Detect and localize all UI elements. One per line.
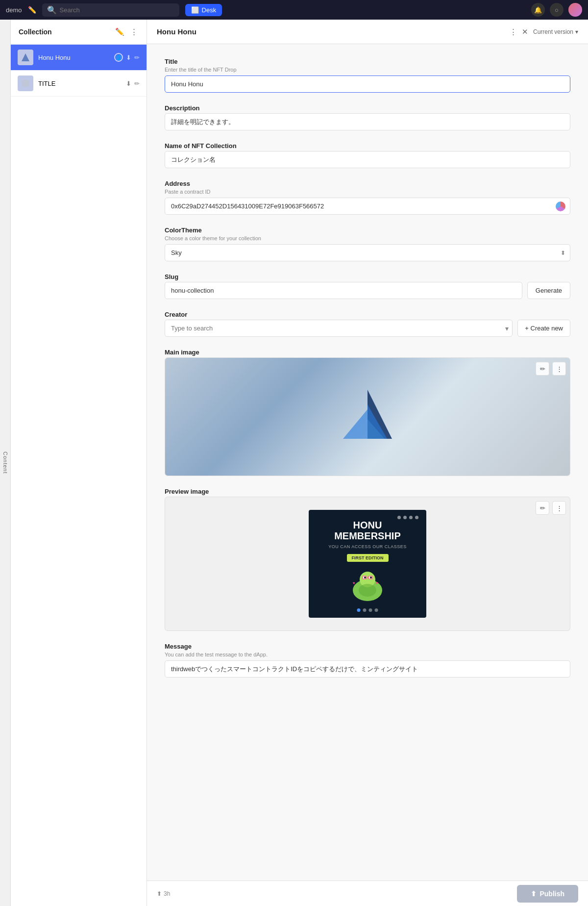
desk-tab-label: Desk	[202, 6, 217, 14]
editor-content: Title Enter the title of the NFT Drop De…	[147, 44, 588, 881]
honu-edit-icon[interactable]: ✏	[134, 54, 140, 61]
preview-honu-title: HONU MEMBERSHIP	[334, 520, 401, 541]
preview-badge: FIRST EDITION	[347, 554, 389, 562]
sidebar-more-btn[interactable]: ⋮	[129, 26, 139, 37]
main-image-overlay-btns: ✏ ⋮	[536, 362, 566, 376]
sidebar-item-honu-honu-label: Honu Honu	[38, 54, 109, 61]
message-input[interactable]	[165, 660, 570, 678]
title-download-icon[interactable]: ⬇	[126, 80, 131, 87]
field-description: Description	[165, 104, 570, 130]
field-nft-collection: Name of NFT Collection	[165, 142, 570, 168]
svg-marker-4	[343, 409, 368, 439]
publish-label: Publish	[539, 890, 564, 898]
preview-character-svg: ♥ ♥	[345, 566, 390, 605]
field-address-label: Address	[165, 180, 570, 187]
version-btn[interactable]: Current version ▾	[533, 28, 578, 35]
preview-image-overlay-btns: ✏ ⋮	[536, 501, 566, 515]
title-input[interactable]	[165, 76, 570, 93]
color-theme-wrapper: Sky Ocean Forest Sunset Night ⬍	[165, 244, 570, 261]
field-message-hint: You can add the test message to the dApp…	[165, 652, 570, 657]
description-input[interactable]	[165, 113, 570, 130]
field-preview-image: Preview image ✏ ⋮	[165, 488, 570, 631]
nft-collection-input[interactable]	[165, 151, 570, 168]
version-chevron: ▾	[575, 28, 578, 35]
title-edit-icon[interactable]: ✏	[134, 80, 140, 87]
address-icon	[556, 201, 565, 211]
sidebar-item-honu-honu[interactable]: Honu Honu 🌐 ⬇ ✏	[11, 45, 147, 71]
svg-marker-0	[22, 53, 29, 61]
field-description-label: Description	[165, 104, 570, 112]
slug-input[interactable]	[165, 282, 522, 299]
sidebar-item-title[interactable]: TITLE ⬇ ✏	[11, 71, 147, 97]
sidebar-edit-btn[interactable]: ✏️	[114, 26, 125, 37]
svg-point-17	[359, 584, 376, 597]
create-new-button[interactable]: + Create new	[517, 320, 570, 337]
content-tab[interactable]: Content	[0, 20, 11, 906]
field-creator: Creator ▾ + Create new	[165, 311, 570, 337]
editor-more-btn[interactable]: ⋮	[510, 27, 517, 36]
search-box[interactable]: 🔍	[42, 3, 179, 17]
editor-bottom: ⬆ 3h ⬆ Publish	[147, 881, 588, 906]
field-nft-collection-label: Name of NFT Collection	[165, 142, 570, 150]
svg-point-11	[370, 577, 372, 579]
search-input[interactable]	[60, 6, 174, 14]
editor-title: Honu Honu	[157, 27, 510, 36]
title-thumb	[18, 76, 33, 91]
creator-search-input[interactable]	[165, 320, 513, 337]
field-main-image: Main image ✏ ⋮	[165, 349, 570, 476]
sidebar-item-title-label: TITLE	[38, 80, 121, 87]
sidebar-item-title-actions: ⬇ ✏	[126, 80, 140, 87]
help-icon[interactable]: ○	[550, 3, 564, 17]
bottom-time: ⬆ 3h	[157, 890, 170, 897]
field-title-hint: Enter the title of the NFT Drop	[165, 67, 570, 73]
preview-sub: YOU CAN ACCESS OUR CLASSES	[328, 544, 407, 549]
desk-icon: ⬜	[191, 6, 199, 14]
demo-label: demo	[6, 6, 22, 14]
version-label: Current version	[533, 28, 573, 35]
slug-row: Generate	[165, 282, 570, 299]
preview-image-edit-btn[interactable]: ✏	[536, 501, 549, 515]
field-creator-label: Creator	[165, 311, 570, 318]
creator-select-wrapper: ▾	[165, 320, 513, 337]
globe-icon: 🌐	[114, 53, 123, 62]
main-image-edit-btn[interactable]: ✏	[536, 362, 549, 376]
preview-dots-top	[397, 516, 418, 519]
edit-icon[interactable]: ✏️	[28, 6, 36, 14]
preview-dot-2	[403, 516, 407, 519]
preview-dot-4	[415, 516, 418, 519]
editor-close-btn[interactable]: ✕	[522, 27, 528, 36]
preview-image-wrapper: HONU MEMBERSHIP YOU CAN ACCESS OUR CLASS…	[173, 505, 562, 623]
field-message: Message You can add the test message to …	[165, 643, 570, 678]
field-main-image-label: Main image	[165, 349, 570, 356]
creator-row: ▾ + Create new	[165, 320, 570, 337]
main-layout: Content Collection ✏️ ⋮ Honu Honu 🌐 ⬇ ✏	[0, 20, 588, 906]
field-slug: Slug Generate	[165, 273, 570, 299]
generate-button[interactable]: Generate	[527, 282, 570, 299]
field-preview-image-label: Preview image	[165, 488, 570, 495]
publish-button[interactable]: ⬆ Publish	[517, 885, 578, 903]
desk-tab[interactable]: ⬜ Desk	[185, 4, 222, 16]
publish-icon: ⬆	[531, 890, 537, 898]
preview-image-more-btn[interactable]: ⋮	[552, 501, 566, 515]
svg-point-10	[364, 577, 366, 579]
field-color-theme: ColorTheme Choose a color theme for your…	[165, 226, 570, 261]
color-theme-select[interactable]: Sky Ocean Forest Sunset Night	[165, 244, 570, 261]
preview-dot-1	[397, 516, 401, 519]
main-image-svg	[338, 385, 397, 449]
main-image-container: ✏ ⋮	[165, 357, 570, 476]
avatar[interactable]	[568, 3, 582, 17]
editor-panel: Honu Honu ⋮ ✕ Current version ▾ Title En…	[147, 20, 588, 906]
field-slug-label: Slug	[165, 273, 570, 280]
preview-dot-3	[409, 516, 413, 519]
field-title: Title Enter the title of the NFT Drop	[165, 58, 570, 93]
field-message-label: Message	[165, 643, 570, 650]
notification-icon[interactable]: 🔔	[531, 3, 545, 17]
field-address-hint: Paste a contract ID	[165, 189, 570, 195]
preview-bottom-dot-4	[375, 608, 378, 612]
main-image-more-btn[interactable]: ⋮	[552, 362, 566, 376]
topbar: demo ✏️ 🔍 ⬜ Desk 🔔 ○	[0, 0, 588, 20]
time-label: 3h	[164, 890, 170, 897]
address-input[interactable]	[165, 198, 570, 215]
honu-download-icon[interactable]: ⬇	[126, 54, 131, 61]
creator-dropdown-btn[interactable]: ▾	[505, 325, 509, 332]
